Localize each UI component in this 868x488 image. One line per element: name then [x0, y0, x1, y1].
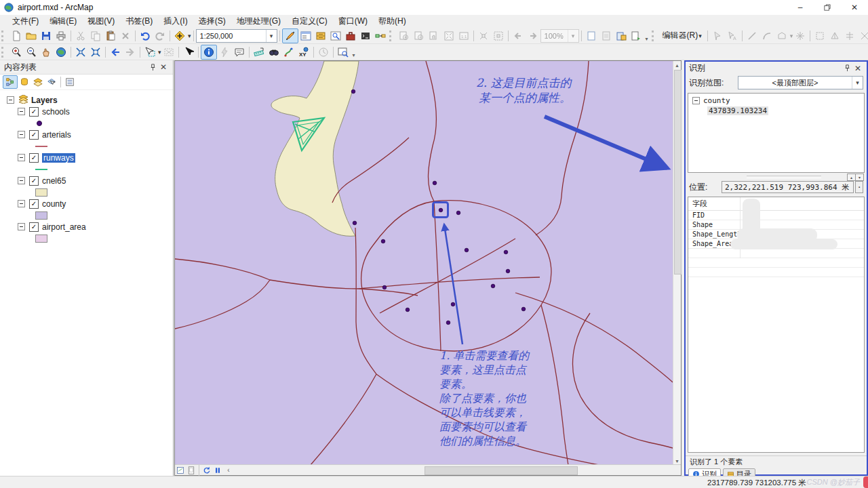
scrollbar-thumb[interactable] [425, 466, 578, 475]
toolbar-grip[interactable] [1, 30, 7, 41]
collapse-icon[interactable] [18, 177, 25, 184]
layer-item-runways[interactable]: ✓ runways [18, 152, 173, 163]
layer-label-selected[interactable]: runways [42, 153, 75, 163]
close-icon[interactable]: ✕ [158, 62, 169, 73]
identify-tool[interactable] [201, 45, 217, 60]
layer-checkbox[interactable]: ✓ [29, 176, 39, 186]
toolbar-overflow[interactable]: ▾ [351, 46, 357, 58]
add-data-button[interactable] [172, 29, 187, 43]
editor-menu-label[interactable]: 编辑器(R) [663, 30, 698, 41]
modelbuilder-button[interactable] [373, 29, 388, 43]
menu-help[interactable]: 帮助(H) [373, 15, 412, 28]
close-icon[interactable]: ✕ [852, 63, 863, 74]
layer-checkbox[interactable]: ✓ [29, 222, 39, 232]
layer-label[interactable]: airport_area [42, 222, 86, 232]
editor-menu-button[interactable]: 编辑器(R)▾ [659, 29, 705, 42]
menu-view[interactable]: 视图(V) [82, 15, 120, 28]
paste-button[interactable] [103, 29, 118, 43]
viewer-window-button[interactable] [336, 45, 351, 59]
list-by-drawing-order-button[interactable] [3, 75, 18, 89]
layer-item-county[interactable]: ✓ county [18, 198, 173, 209]
back-extent-button[interactable] [108, 45, 123, 59]
layer-symbol-county[interactable] [35, 209, 173, 221]
layer-item-schools[interactable]: ✓ schools [18, 106, 173, 117]
layer-symbol-runways[interactable] [35, 163, 173, 175]
toolbar-grip[interactable] [1, 47, 7, 58]
field-row-fid[interactable]: FID [688, 211, 864, 220]
editor-toolbar-toggle[interactable] [282, 28, 298, 43]
select-elements-tool[interactable] [181, 45, 196, 59]
undo-button[interactable] [138, 29, 153, 43]
print-button[interactable] [54, 29, 68, 43]
pin-icon[interactable] [842, 63, 852, 74]
go-to-xy-tool[interactable]: XY [296, 45, 311, 59]
menu-insert[interactable]: 插入(I) [158, 15, 193, 28]
location-value[interactable]: 2,322,221.519 723,993.864 米 [722, 181, 854, 193]
list-by-visibility-button[interactable] [31, 76, 45, 88]
map-canvas[interactable]: 2. 这是目前点击的 某一个点的属性。 1. 单击需要查看的 要素，这里点击点 … [175, 61, 673, 465]
select-features-tool[interactable] [142, 45, 157, 59]
menu-file[interactable]: 文件(F) [7, 15, 44, 28]
search-button[interactable] [328, 29, 343, 43]
menu-bookmarks[interactable]: 书签(B) [120, 15, 158, 28]
collapse-icon[interactable] [692, 97, 700, 104]
scrollbar-thumb[interactable] [674, 70, 682, 274]
arctoolbox-button[interactable] [343, 29, 358, 43]
layer-label[interactable]: county [42, 199, 66, 209]
layer-item-airport-area[interactable]: ✓ airport_area [18, 221, 173, 232]
chevron-down-icon[interactable]: ▾ [852, 77, 863, 89]
minimize-button[interactable]: – [787, 0, 814, 15]
zoom-out-tool[interactable] [24, 45, 39, 59]
collapse-icon[interactable] [18, 154, 25, 161]
refresh-view-button[interactable] [201, 466, 212, 475]
collapse-icon[interactable] [18, 200, 25, 207]
layer-symbol-schools[interactable] [37, 117, 173, 129]
layer-symbol-arterials[interactable] [35, 140, 173, 152]
layers-root-item[interactable]: Layers [7, 94, 173, 106]
menu-windows[interactable]: 窗口(W) [333, 15, 373, 28]
menu-selection[interactable]: 选择(S) [193, 15, 231, 28]
list-by-source-button[interactable] [18, 76, 31, 88]
measure-tool[interactable] [252, 45, 267, 59]
full-extent-button[interactable] [54, 45, 68, 59]
collapse-icon[interactable] [18, 223, 25, 230]
layer-checkbox[interactable]: ✓ [29, 153, 39, 163]
layout-view-button[interactable] [186, 466, 197, 475]
map-vertical-scrollbar[interactable]: ▲ ▼ [673, 61, 681, 465]
catalog-button[interactable] [313, 29, 328, 43]
list-by-selection-button[interactable] [45, 76, 58, 88]
pin-icon[interactable] [147, 62, 158, 73]
zoom-in-tool[interactable] [9, 45, 24, 59]
menu-customize[interactable]: 自定义(C) [286, 15, 333, 28]
county-polygon[interactable] [175, 61, 673, 465]
collapse-icon[interactable] [18, 108, 25, 115]
close-button[interactable]: ✕ [841, 0, 868, 15]
menu-edit[interactable]: 编辑(E) [44, 15, 82, 28]
fixed-zoom-out-button[interactable] [88, 45, 103, 59]
open-button[interactable] [24, 29, 39, 43]
location-units-button[interactable]: ▪ [855, 181, 863, 193]
layer-symbol-cnel65[interactable] [35, 186, 173, 198]
result-layer-name[interactable]: county [703, 96, 730, 105]
change-layout-button[interactable] [629, 29, 644, 43]
layer-label[interactable]: schools [42, 107, 70, 117]
data-driven-pages-button[interactable] [614, 29, 629, 43]
html-popup-tool[interactable] [232, 45, 247, 59]
chevron-down-icon[interactable]: ▾ [266, 30, 277, 42]
layer-label[interactable]: cnel65 [42, 176, 66, 186]
toolbar-overflow[interactable]: ▾ [644, 30, 650, 42]
layer-item-cnel65[interactable]: ✓ cnel65 [18, 175, 173, 186]
collapse-icon[interactable] [7, 96, 14, 104]
table-of-contents-button[interactable] [298, 29, 313, 43]
splitter-handle[interactable] [747, 176, 821, 178]
select-features-dropdown[interactable]: ▾ [158, 49, 161, 56]
fixed-zoom-in-button[interactable] [73, 45, 88, 59]
scroll-up-icon[interactable]: ▲ [673, 61, 681, 69]
save-button[interactable] [39, 29, 54, 43]
panel-splitter[interactable]: ▴ ▾ [686, 173, 867, 180]
pan-tool[interactable] [39, 45, 54, 59]
layer-checkbox[interactable]: ✓ [29, 107, 39, 117]
toc-options-button[interactable] [63, 76, 77, 88]
result-feature-value[interactable]: 437839.103234 [707, 106, 768, 115]
layers-root-label[interactable]: Layers [31, 96, 58, 105]
